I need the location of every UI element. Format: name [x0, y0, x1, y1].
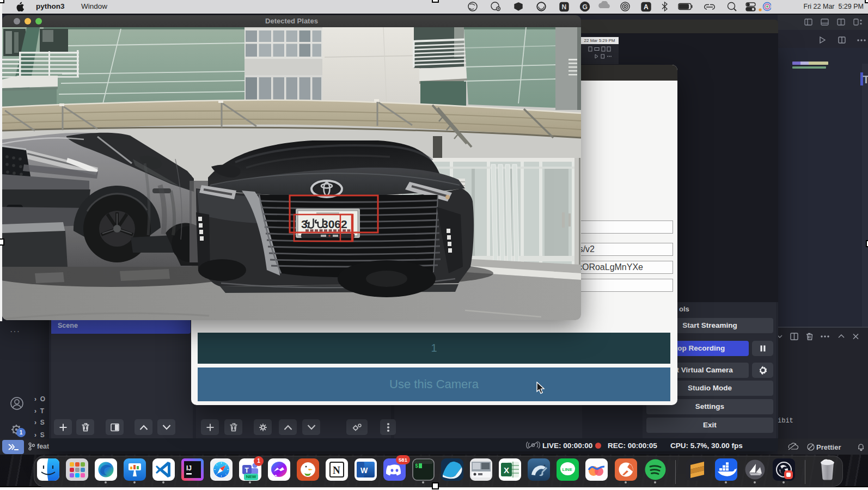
svg-text:N: N: [562, 3, 567, 11]
svg-text:LINE: LINE: [563, 467, 573, 472]
svg-text:Prettier: Prettier: [816, 443, 841, 451]
svg-text:G: G: [583, 3, 588, 11]
svg-text:W: W: [360, 466, 368, 475]
svg-text:X: X: [504, 465, 509, 475]
svg-text:T: T: [245, 467, 249, 474]
svg-text:IJ: IJ: [186, 464, 192, 472]
svg-text:A: A: [644, 3, 649, 11]
svg-text:N: N: [333, 464, 340, 476]
svg-text:$: $: [415, 463, 418, 469]
